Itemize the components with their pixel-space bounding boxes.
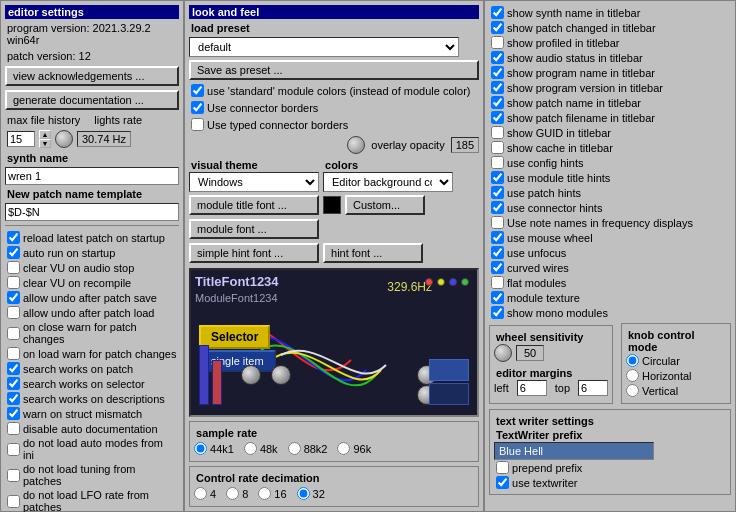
- control-rate-radio-2[interactable]: [258, 487, 271, 500]
- left-checkbox-6[interactable]: [7, 327, 20, 340]
- left-checkbox-2[interactable]: [7, 261, 20, 274]
- knob-mode-radio-0[interactable]: [626, 354, 639, 367]
- left-checkbox-label-3: clear VU on recompile: [23, 277, 131, 289]
- right-checkbox-5[interactable]: [491, 81, 504, 94]
- use-standard-colors-checkbox[interactable]: [191, 84, 204, 97]
- sample-rate-option-2: 88k2: [288, 442, 328, 455]
- overlay-opacity-knob[interactable]: [347, 136, 365, 154]
- use-typed-connector-label: Use typed connector borders: [207, 119, 348, 131]
- load-preset-select[interactable]: default: [189, 37, 459, 57]
- left-checkbox-12[interactable]: [7, 422, 20, 435]
- documentation-button[interactable]: generate documentation ...: [5, 90, 179, 110]
- margins-top-input[interactable]: [578, 380, 608, 396]
- max-history-input[interactable]: [7, 131, 35, 147]
- control-rate-radio-0[interactable]: [194, 487, 207, 500]
- right-checkbox-18[interactable]: [491, 276, 504, 289]
- text-writer-prefix-input[interactable]: [494, 442, 654, 460]
- right-checkbox-9[interactable]: [491, 141, 504, 154]
- right-checkbox-7[interactable]: [491, 111, 504, 124]
- right-checkbox-1[interactable]: [491, 21, 504, 34]
- use-textwriter-label: use textwriter: [512, 477, 577, 489]
- left-checkbox-14[interactable]: [7, 469, 20, 482]
- hint-font-button[interactable]: hint font ...: [323, 243, 423, 263]
- left-checkbox-0[interactable]: [7, 231, 20, 244]
- left-checkbox-label-12: disable auto documentation: [23, 423, 158, 435]
- left-checkbox-5[interactable]: [7, 306, 20, 319]
- patch-version-row: patch version: 12: [5, 49, 179, 63]
- left-checkbox-9[interactable]: [7, 377, 20, 390]
- left-checkbox-11[interactable]: [7, 407, 20, 420]
- right-checkbox-17[interactable]: [491, 261, 504, 274]
- sample-rate-radio-1[interactable]: [244, 442, 257, 455]
- use-textwriter-checkbox[interactable]: [496, 476, 509, 489]
- sample-rate-label-1: 48k: [260, 443, 278, 455]
- save-as-preset-button[interactable]: Save as preset ...: [189, 60, 479, 80]
- right-checkbox-14[interactable]: [491, 216, 504, 229]
- knob-mode-radio-1[interactable]: [626, 369, 639, 382]
- right-checkbox-8[interactable]: [491, 126, 504, 139]
- right-checkbox-20[interactable]: [491, 306, 504, 319]
- synth-name-input[interactable]: [5, 167, 179, 185]
- wheel-sensitivity-label: wheel sensitivity: [494, 330, 608, 344]
- use-connector-borders-checkbox[interactable]: [191, 101, 204, 114]
- module-font-button[interactable]: module font ...: [189, 219, 319, 239]
- left-checkbox-10[interactable]: [7, 392, 20, 405]
- left-checkbox-4[interactable]: [7, 291, 20, 304]
- right-checkbox-label-12: use patch hints: [507, 187, 581, 199]
- left-checkbox-7[interactable]: [7, 347, 20, 360]
- left-checkbox-label-4: allow undo after patch save: [23, 292, 157, 304]
- sample-rate-radio-3[interactable]: [337, 442, 350, 455]
- left-checkbox-8[interactable]: [7, 362, 20, 375]
- right-checkbox-15[interactable]: [491, 231, 504, 244]
- max-history-down[interactable]: ▼: [39, 139, 51, 148]
- max-history-up[interactable]: ▲: [39, 130, 51, 139]
- left-checkbox-15[interactable]: [7, 495, 20, 508]
- wheel-sensitivity-knob[interactable]: [494, 344, 512, 362]
- knob-mode-section: knob control mode CircularHorizontalVert…: [621, 323, 731, 404]
- right-checkbox-16[interactable]: [491, 246, 504, 259]
- left-checkbox-row-9: search works on selector: [5, 376, 179, 391]
- prepend-prefix-row: prepend prefix: [494, 460, 726, 475]
- colors-custom-button[interactable]: Custom...: [345, 195, 425, 215]
- right-checkbox-10[interactable]: [491, 156, 504, 169]
- visual-theme-select[interactable]: Windows: [189, 172, 319, 192]
- left-checkbox-3[interactable]: [7, 276, 20, 289]
- right-checkbox-label-11: use module title hints: [507, 172, 610, 184]
- colors-select[interactable]: Editor background color: [323, 172, 453, 192]
- knob-mode-option-2: Vertical: [626, 384, 726, 397]
- lights-rate-knob[interactable]: [55, 130, 73, 148]
- module-title-font-button[interactable]: module title font ...: [189, 195, 319, 215]
- prepend-prefix-checkbox[interactable]: [496, 461, 509, 474]
- sample-rate-radio-0[interactable]: [194, 442, 207, 455]
- right-checkbox-12[interactable]: [491, 186, 504, 199]
- right-checkbox-11[interactable]: [491, 171, 504, 184]
- preview-knob-1[interactable]: [241, 365, 261, 385]
- right-checkbox-4[interactable]: [491, 66, 504, 79]
- left-checkbox-1[interactable]: [7, 246, 20, 259]
- hint-font-row: simple hint font ... hint font ...: [189, 242, 479, 264]
- control-rate-radio-1[interactable]: [226, 487, 239, 500]
- right-checkbox-row-6: show patch name in titlebar: [489, 95, 731, 110]
- sample-rate-radio-2[interactable]: [288, 442, 301, 455]
- control-rate-label-0: 4: [210, 488, 216, 500]
- right-checkbox-label-18: flat modules: [507, 277, 566, 289]
- right-checkbox-0[interactable]: [491, 6, 504, 19]
- right-checkbox-19[interactable]: [491, 291, 504, 304]
- right-checkbox-row-20: show mono modules: [489, 305, 731, 320]
- max-file-history-label: max file history: [7, 114, 80, 126]
- use-typed-connector-checkbox[interactable]: [191, 118, 204, 131]
- right-checkbox-13[interactable]: [491, 201, 504, 214]
- left-checkbox-13[interactable]: [7, 443, 20, 456]
- simple-hint-font-button[interactable]: simple hint font ...: [189, 243, 319, 263]
- knob-mode-radio-2[interactable]: [626, 384, 639, 397]
- right-checkbox-3[interactable]: [491, 51, 504, 64]
- new-patch-input[interactable]: [5, 203, 179, 221]
- text-writer-prefix-label: TextWriter prefix: [494, 428, 726, 442]
- right-checkbox-6[interactable]: [491, 96, 504, 109]
- margins-left-input[interactable]: [517, 380, 547, 396]
- right-checkbox-2[interactable]: [491, 36, 504, 49]
- acknowledgements-button[interactable]: view acknowledgements ...: [5, 66, 179, 86]
- control-rate-radio-3[interactable]: [297, 487, 310, 500]
- right-checkbox-label-1: show patch changed in titlebar: [507, 22, 656, 34]
- preview-knob-2[interactable]: [271, 365, 291, 385]
